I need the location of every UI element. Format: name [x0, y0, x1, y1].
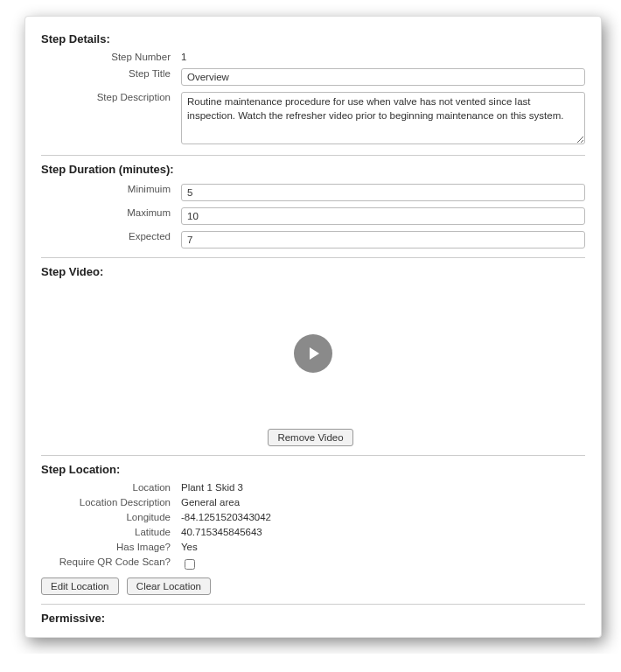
divider: [41, 155, 585, 156]
value-location: Plant 1 Skid 3: [181, 481, 585, 493]
expected-input[interactable]: [181, 231, 585, 248]
minimum-input[interactable]: [181, 184, 585, 201]
label-location-description: Location Description: [41, 496, 181, 508]
edit-location-button[interactable]: Edit Location: [41, 578, 119, 595]
section-title-location: Step Location:: [41, 463, 585, 476]
video-preview-area: [41, 284, 585, 424]
value-latitude: 40.715345845643: [181, 526, 585, 537]
step-description-textarea[interactable]: [181, 92, 585, 144]
step-details-block: Step Number 1 Step Title Step Descriptio…: [41, 51, 585, 146]
maximum-input[interactable]: [181, 207, 585, 225]
row-location-description: Location Description General area: [41, 496, 585, 508]
location-button-row: Edit Location Clear Location: [41, 578, 585, 595]
row-step-description: Step Description: [41, 89, 585, 146]
row-longitude: Longitude -84.1251520343042: [41, 511, 585, 522]
section-title-details: Step Details:: [41, 32, 585, 46]
step-location-block: Location Plant 1 Skid 3 Location Descrip…: [41, 481, 585, 572]
play-button[interactable]: [294, 334, 332, 373]
clear-location-button[interactable]: Clear Location: [127, 578, 211, 595]
divider: [41, 604, 585, 605]
value-has-image: Yes: [181, 541, 585, 552]
row-step-title: Step Title: [41, 66, 585, 86]
label-require-qr: Require QR Code Scan?: [41, 556, 181, 567]
step-title-input[interactable]: [181, 68, 585, 86]
label-maximum: Maximum: [41, 205, 181, 218]
require-qr-checkbox[interactable]: [185, 559, 195, 570]
value-step-number: 1: [181, 51, 585, 62]
svg-marker-0: [310, 347, 319, 360]
remove-video-button[interactable]: Remove Video: [268, 429, 352, 446]
label-step-number: Step Number: [41, 51, 181, 62]
value-longitude: -84.1251520343042: [181, 511, 585, 522]
row-minimum: Minimuim: [41, 181, 585, 201]
step-duration-block: Minimuim Maximum Expected: [41, 181, 585, 248]
section-title-video: Step Video:: [41, 265, 585, 278]
row-has-image: Has Image? Yes: [41, 541, 585, 552]
value-location-description: General area: [181, 496, 585, 508]
row-location: Location Plant 1 Skid 3: [41, 481, 585, 493]
divider: [41, 257, 585, 258]
section-title-permissive: Permissive:: [41, 612, 585, 625]
row-require-qr: Require QR Code Scan?: [41, 556, 585, 572]
label-expected: Expected: [41, 228, 181, 242]
section-title-duration: Step Duration (minutes):: [41, 163, 585, 176]
video-button-row: Remove Video: [41, 429, 585, 446]
label-minimum: Minimuim: [41, 181, 181, 194]
row-expected: Expected: [41, 228, 585, 248]
label-step-title: Step Title: [41, 66, 181, 79]
label-location: Location: [41, 481, 181, 493]
label-latitude: Latitude: [41, 526, 181, 537]
play-icon: [304, 345, 322, 362]
divider: [41, 455, 585, 456]
row-step-number: Step Number 1: [41, 51, 585, 62]
step-form-card: Step Details: Step Number 1 Step Title S…: [24, 16, 602, 638]
label-step-description: Step Description: [41, 89, 181, 102]
row-latitude: Latitude 40.715345845643: [41, 526, 585, 537]
label-longitude: Longitude: [41, 511, 181, 522]
label-has-image: Has Image?: [41, 541, 181, 552]
row-maximum: Maximum: [41, 205, 585, 225]
